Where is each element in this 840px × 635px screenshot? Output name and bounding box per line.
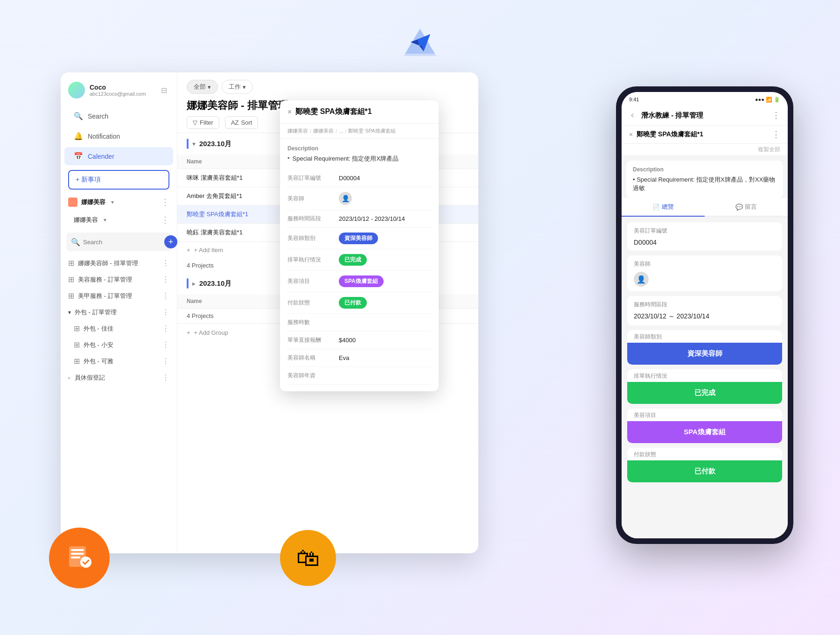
field-time-range: 服務時間區段 2023/10/12 - 2023/10/14	[287, 210, 431, 228]
workspace-name: 娜娜美容	[81, 198, 105, 206]
phone-sub-title: 鄭曉雯 SPA煥膚套組*1	[637, 130, 768, 139]
phone-tab-overview[interactable]: 📄 總覽	[622, 198, 705, 217]
phone-order-value: D00004	[627, 237, 782, 251]
detail-close-button[interactable]: ×	[287, 108, 292, 116]
tab-all[interactable]: 全部 ▾	[187, 80, 218, 94]
phone-status-label: 排單執行情況	[634, 373, 667, 379]
tab-work-chevron: ▾	[243, 84, 246, 91]
field-direct-pay: 單筆直接報酬 $4000	[287, 332, 431, 349]
phone-tab-comments[interactable]: 💬 留言	[705, 198, 788, 216]
nav-notification-label: Notification	[88, 133, 120, 140]
more-icon-2[interactable]: ⋮	[162, 291, 169, 300]
phone-tab-overview-icon: 📄	[652, 204, 660, 211]
sidebar-item-label-1: 美容服務 - 訂單管理	[78, 275, 132, 284]
sidebar-item-nails-orders[interactable]: ⊞ 美甲服務 - 訂單管理 ⋮	[61, 288, 177, 304]
breadcrumb: 娜娜美容 / 娜娜美容 / ... / 鄭曉雯 SPA煥膚套組	[280, 124, 439, 139]
add-item-label: + 新事項	[76, 176, 101, 184]
more-icon-5[interactable]: ⋮	[162, 340, 169, 349]
phone-tab-overview-label: 總覽	[662, 203, 674, 211]
user-email: abc123coco@gmail.com	[90, 91, 146, 97]
sub-workspace-item[interactable]: 娜娜美容 ▾ ⋮	[61, 211, 177, 229]
grid-icon-6: ⊞	[74, 357, 80, 366]
breadcrumb-item-0: 娜娜美容	[287, 127, 308, 134]
phone-body: 美容訂單編號 D00004 美容師 👤 服務時間區段 2023/10/12 ～ …	[622, 217, 788, 538]
sidebar-item-label-5: 外包 - 小安	[84, 341, 113, 349]
sidebar-toggle-button[interactable]: ⊟	[158, 85, 169, 96]
sub-workspace-more-icon[interactable]: ⋮	[161, 215, 169, 225]
field-value-pay: $4000	[339, 337, 431, 344]
more-icon-6[interactable]: ⋮	[162, 357, 169, 366]
sidebar-item-nana-schedule[interactable]: ⊞ 娜娜美容師 - 排單管理 ⋮	[61, 255, 177, 271]
phone-desc-text: • Special Requirement: 指定使用X牌產品，對XX藥物過敏	[633, 176, 777, 192]
phone-field-order: 美容訂單編號 D00004	[627, 222, 782, 251]
sort-button[interactable]: AZ Sort	[225, 116, 258, 129]
group-bar-0	[187, 139, 189, 149]
sidebar-item-staff-leave[interactable]: ▸ 員休假登記 ⋮	[61, 369, 177, 386]
sidebar-item-jiajia[interactable]: ⊞ 外包 - 佳佳 ⋮	[61, 320, 177, 337]
sidebar-item-label-7: 員休假登記	[75, 374, 105, 382]
field-label-time: 服務時間區段	[287, 215, 334, 223]
phone-tab-comments-icon: 💬	[735, 204, 743, 211]
group-title-1: 2023.10月	[199, 279, 231, 288]
phone-back-button[interactable]: ﹤	[629, 111, 637, 120]
field-label-payment: 付款狀態	[287, 299, 334, 307]
phone-mockup: 9:41 ●●● 📶 🔋 ﹤ 潛水教練 - 排單管理 ⋮ × 鄭曉雯 SPA煥膚…	[616, 86, 793, 544]
row-name-2: 鄭曉雯 SPA煥膚套組*1	[187, 210, 289, 219]
add-workspace-item-button[interactable]: +	[164, 235, 177, 248]
phone-sub-more-button[interactable]: ⋮	[772, 129, 780, 140]
nav-notification[interactable]: 🔔 Notification	[64, 127, 173, 145]
phone-desc-label: Description	[633, 166, 777, 173]
phone-status-badge: 已完成	[627, 382, 782, 404]
filter-icon: ▽	[193, 119, 197, 126]
more-icon-7[interactable]: ⋮	[162, 373, 169, 382]
sidebar-item-beauty-orders[interactable]: ⊞ 美容服務 - 訂單管理 ⋮	[61, 271, 177, 288]
group-arrow-1: ▸	[192, 280, 196, 287]
phone-badge-item: 美容項目 SPA煥膚套組	[627, 409, 782, 443]
nav-search[interactable]: 🔍 Search	[64, 107, 173, 125]
add-new-item-button[interactable]: + 新事項	[68, 170, 169, 190]
sort-label: Sort	[241, 119, 252, 126]
more-icon-3[interactable]: ⋮	[162, 308, 169, 317]
field-label-status: 排單執行情況	[287, 256, 334, 264]
filter-button[interactable]: ▽ Filter	[187, 116, 219, 129]
group-title-0: 2023.10月	[199, 140, 231, 148]
workspace-more-icon[interactable]: ⋮	[161, 197, 169, 207]
sub-workspace-name: 娜娜美容	[74, 216, 98, 224]
more-icon-1[interactable]: ⋮	[162, 275, 169, 284]
workspace-search-wrap: 🔍 +	[66, 233, 171, 251]
grid-icon-1: ⊞	[68, 275, 74, 284]
more-icon-4[interactable]: ⋮	[162, 324, 169, 333]
field-label-pay: 單筆直接報酬	[287, 336, 334, 344]
phone-close-button[interactable]: ×	[629, 131, 633, 138]
field-label-item: 美容項目	[287, 277, 334, 285]
phone-beautician-avatar: 👤	[634, 272, 649, 287]
more-icon-0[interactable]: ⋮	[162, 259, 169, 268]
phone-status-bar: 9:41 ●●● 📶 🔋	[622, 92, 788, 106]
phone-beautician-avatar-row: 👤	[627, 270, 782, 291]
sidebar-item-outsource-orders[interactable]: ▾ 外包 - 訂單管理 ⋮	[61, 304, 177, 320]
phone-beautician-label: 美容師	[627, 255, 782, 270]
sub-workspace-expand-icon: ▾	[104, 217, 106, 223]
copy-all-label[interactable]: 複製全部	[758, 146, 780, 153]
sidebar-item-xiaoan[interactable]: ⊞ 外包 - 小安 ⋮	[61, 337, 177, 353]
field-service-hours: 服務時數	[287, 314, 431, 332]
sort-icon: AZ	[231, 119, 239, 126]
workspace-item[interactable]: 娜娜美容 ▾ ⋮	[61, 193, 177, 211]
sidebar-item-keya[interactable]: ⊞ 外包 - 可雅 ⋮	[61, 353, 177, 369]
phone-badge-status: 排單執行情況 已完成	[627, 369, 782, 404]
filter-label: Filter	[200, 119, 213, 126]
phone-type-badge: 資深美容師	[627, 343, 782, 365]
field-beauty-item: 美容項目 SPA煥膚套組	[287, 271, 431, 292]
phone-more-button[interactable]: ⋮	[772, 110, 780, 120]
tab-work[interactable]: 工作 ▾	[222, 80, 253, 94]
breadcrumb-item-1: 娜娜美容	[313, 127, 334, 134]
group-arrow-0: ▾	[192, 140, 196, 148]
detail-title: 鄭曉雯 SPA煥膚套組*1	[295, 107, 431, 117]
phone-order-label: 美容訂單編號	[627, 222, 782, 237]
detail-header: × 鄭曉雯 SPA煥膚套組*1	[280, 100, 439, 124]
nav-calendar[interactable]: 📅 Calender	[64, 147, 173, 165]
workspace-search-input[interactable]	[83, 239, 161, 246]
nav-calendar-label: Calender	[88, 153, 114, 160]
sidebar-item-label-6: 外包 - 可雅	[84, 357, 113, 366]
search-icon-small: 🔍	[71, 238, 80, 247]
